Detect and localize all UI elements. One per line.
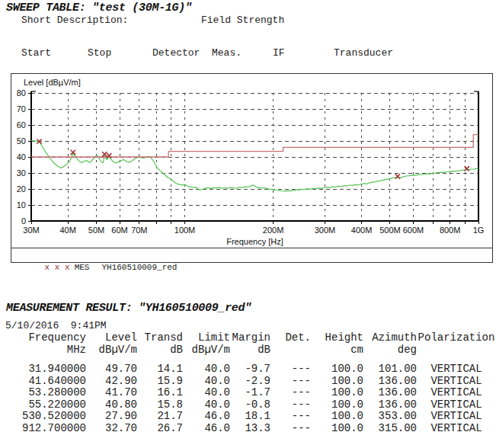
table-cell: dB [137,344,183,357]
chart-legend: x x xMESYH160510009_red [11,248,492,262]
table-cell: 530.520000 [14,411,86,423]
table-cell: 912.700000 [14,423,86,435]
y-tick-label: 50 [17,136,26,146]
x-tick-label: 60M [111,226,127,235]
table-cell: 315.00 [363,423,417,435]
table-cell: 13.3 [230,423,270,435]
measurement-table: FrequencyLevelTransdLimitMarginDet.Heigh… [14,332,496,434]
table-cell: 14.1 [137,363,183,376]
short-description-value: Field Strength [201,14,284,26]
y-tick-label: 30 [17,168,26,178]
y-tick-label: 20 [17,184,26,194]
table-cell: 100.0 [311,423,363,435]
table-cell: VERTICAL [417,387,496,399]
table-cell: 41.640000 [14,376,86,388]
x-tick-label: 200M [263,226,284,235]
x-tick-label: 300M [315,226,336,235]
table-cell: 15.9 [137,376,183,388]
y-tick-label: 70 [17,104,26,114]
table-cell: 100.0 [311,387,363,399]
x-axis-label: Frequency [Hz] [226,237,283,246]
table-cell: VERTICAL [417,399,496,411]
y-tick-label: 60 [17,120,26,130]
table-row: 41.64000042.9015.940.0-2.9---100.0136.00… [14,376,496,388]
measurement-result-title: MEASUREMENT RESULT: "YH160510009_red" [6,302,251,315]
table-cell: dB [230,344,270,357]
measurement-datetime: 5/10/2016 9:41PM [5,320,107,331]
table-header-row: FrequencyLevelTransdLimitMarginDet.Heigh… [14,332,496,344]
table-cell: 136.00 [363,399,417,411]
table-row: 912.70000032.7026.746.013.3---100.0315.0… [14,423,496,435]
table-cell: MHz [14,344,86,357]
table-cell: Polarization [417,332,496,344]
table-cell: 40.0 [183,387,230,399]
emc-report-page: SWEEP TABLE: "test (30M-1G)" Short Descr… [0,0,496,448]
table-units-row: MHzdBµV/mdBdBµV/mdBcmdeg [14,344,496,357]
y-tick-label: 10 [17,200,26,210]
table-row: 31.94000049.7014.140.0-9.7---100.0101.00… [14,363,496,376]
table-cell: 100.0 [311,376,363,388]
col-header-line1: Detector [152,48,200,59]
emission-level-chart: 30M40M50M60M70M100M200M300M400M500M600M8… [11,74,492,248]
col-header-line1: IF [273,48,315,59]
table-cell: dBµV/m [183,344,230,357]
table-cell: Transd [137,332,183,344]
table-cell [417,344,496,357]
x-tick-label: 1G [473,226,485,235]
col-header-line1: Meas. [212,48,254,59]
table-cell: 16.1 [137,387,183,399]
table-cell: -2.9 [230,376,270,388]
y-tick-label: 0 [21,216,26,226]
table-row: 55.22000040.8015.840.0-0.8---100.0136.00… [14,399,496,411]
table-cell: Frequency [14,332,86,344]
x-tick-label: 30M [23,226,39,235]
table-cell: cm [311,344,363,357]
table-cell: 40.0 [183,376,230,388]
y-tick-label: 40 [17,152,26,162]
table-cell: -9.7 [230,363,270,376]
legend-series-label: MES [75,263,90,272]
table-cell: 42.90 [86,376,137,388]
table-cell: 26.7 [137,423,183,435]
table-cell: 46.0 [183,423,230,435]
table-cell: 101.00 [363,363,417,376]
table-cell: 27.90 [86,411,137,423]
x-tick-label: 70M [131,226,147,235]
table-cell: 100.0 [311,363,363,376]
table-cell: 100.0 [311,399,363,411]
table-cell: 41.70 [86,387,137,399]
table-cell: --- [270,399,311,411]
table-cell: -1.7 [230,387,270,399]
table-cell: 31.940000 [14,363,86,376]
x-tick-label: 600M [403,226,424,235]
table-cell: 136.00 [363,387,417,399]
sweep-table-title: SWEEP TABLE: "test (30M-1G)" [6,2,192,14]
measurement-trace [31,140,478,191]
table-cell: --- [270,363,311,376]
col-header-line1: Stop [88,48,141,59]
short-description-label: Short Description: [21,14,128,26]
table-cell: 40.0 [183,363,230,376]
table-cell: 40.80 [86,399,137,411]
table-cell: dBµV/m [86,344,137,357]
table-cell: VERTICAL [417,423,496,435]
x-tick-label: 400M [351,226,373,235]
legend-marker-symbols: x x x [45,263,70,272]
table-cell: Limit [183,332,230,344]
table-cell: -0.8 [230,399,270,411]
chart-panel: Level [dBµV/m] 30M40M50M60M70M100M200M30… [11,73,493,263]
table-row: 530.52000027.9021.746.018.1---100.0353.0… [14,411,496,423]
table-cell: 100.0 [311,411,363,423]
x-tick-label: 100M [174,226,196,235]
table-cell: --- [270,411,311,423]
table-cell: 18.1 [230,411,270,423]
table-cell: 32.70 [86,423,137,435]
table-cell: VERTICAL [417,363,496,376]
table-row: 53.28000041.7016.140.0-1.7---100.0136.00… [14,387,496,399]
table-cell: Azimuth [363,332,417,344]
table-cell: 15.8 [137,399,183,411]
table-cell: 353.00 [363,411,417,423]
table-cell [270,344,311,357]
table-cell: VERTICAL [417,376,496,388]
col-header-line1: Transducer [334,48,405,59]
